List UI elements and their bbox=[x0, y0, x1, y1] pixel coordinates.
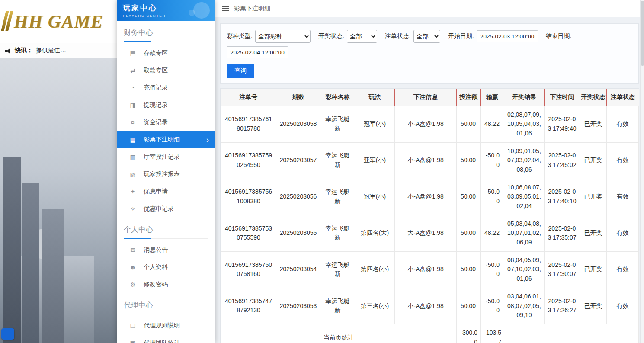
sidebar-item-change-password[interactable]: ⚙修改密码 bbox=[117, 276, 215, 293]
sidebar-item-label: 消息公告 bbox=[144, 246, 209, 254]
sidebar-item-messages[interactable]: ✉消息公告 bbox=[117, 241, 215, 259]
sidebar: 玩家中心 PLAYERS CENTER 财务中心▤存款专区⇄取款专区◔充值记录◨… bbox=[117, 0, 215, 343]
bet-time-cell: 2025-02-03 17:30:07 bbox=[545, 251, 580, 288]
sidebar-item-promo-apply[interactable]: ✦优惠申请 bbox=[117, 183, 215, 200]
sidebar-item-agent-team-stats[interactable]: ▣代理团队统计 bbox=[117, 334, 215, 343]
sidebar-item-lottery-bet-details[interactable]: ▦彩票下注明细› bbox=[117, 131, 215, 148]
withdrawal-records-icon: ◨ bbox=[129, 102, 137, 109]
recharge-records-icon: ◔ bbox=[129, 84, 137, 91]
draw-status-cell: 已开奖 bbox=[580, 288, 607, 324]
brand-logo[interactable]: HH GAME bbox=[0, 0, 117, 43]
decoration-circle bbox=[193, 2, 210, 19]
sidebar-item-label: 充值记录 bbox=[144, 84, 209, 92]
bet-info-cell: 小-A盘@1.98 bbox=[395, 106, 457, 142]
win-loss-cell: -50.00 bbox=[481, 288, 504, 324]
play-type-cell: 冠军(小) bbox=[355, 179, 395, 215]
draw-result-cell: 02,08,07,09,10,05,04,03,01,06 bbox=[504, 106, 545, 142]
bet-status-select[interactable]: 全部 bbox=[413, 30, 440, 43]
draw-result-cell: 05,03,04,08,10,07,01,02,06,09 bbox=[504, 215, 545, 251]
bet-time-cell: 2025-02-03 17:45:02 bbox=[545, 142, 580, 179]
bets-table-card: 注单号期数彩种名称玩法下注信息投注额输赢开奖结果下注时间开奖状态注单状态 401… bbox=[220, 88, 639, 343]
column-header: 注单号 bbox=[221, 89, 276, 106]
summary-empty-cell bbox=[504, 324, 639, 343]
sidebar-item-label: 资金记录 bbox=[144, 119, 209, 126]
period-cell: 20250203054 bbox=[276, 251, 320, 288]
draw-result-cell: 08,04,05,09,07,10,02,03,01,06 bbox=[504, 251, 545, 288]
sidebar-menu: 财务中心▤存款专区⇄取款专区◔充值记录◨提现记录¤资金记录▦彩票下注明细›▥厅室… bbox=[117, 28, 215, 343]
sidebar-item-withdraw[interactable]: ⇄取款专区 bbox=[117, 62, 215, 79]
summary-label: 当前页统计 bbox=[221, 324, 457, 343]
sidebar-item-player-bet-report[interactable]: ▧玩家投注报表 bbox=[117, 166, 215, 183]
sidebar-item-label: 代理规则说明 bbox=[144, 322, 209, 330]
sidebar-item-promo-records[interactable]: ✧优惠申记录 bbox=[117, 200, 215, 218]
promo-records-icon: ✧ bbox=[129, 205, 137, 212]
column-header: 开奖状态 bbox=[580, 89, 607, 106]
funds-records-icon: ¤ bbox=[129, 119, 137, 126]
column-header: 投注额 bbox=[457, 89, 481, 106]
sidebar-item-recharge-records[interactable]: ◔充值记录 bbox=[117, 79, 215, 96]
table-row: 40156917385753075559020250203055幸运飞艇新第四名… bbox=[221, 215, 639, 251]
bet-status-cell: 有效 bbox=[607, 142, 639, 179]
end-date-input[interactable] bbox=[227, 46, 288, 58]
win-loss-cell: 48.22 bbox=[481, 106, 504, 142]
logo-bars-icon bbox=[3, 11, 12, 32]
column-header: 开奖结果 bbox=[504, 89, 545, 106]
sidebar-item-label: 代理团队统计 bbox=[144, 339, 209, 343]
bet-amount-cell: 50.00 bbox=[457, 288, 481, 324]
draw-status-select[interactable]: 全部 bbox=[347, 30, 377, 43]
sidebar-item-deposit[interactable]: ▤存款专区 bbox=[117, 45, 215, 62]
bet-info-cell: 小-A盘@1.98 bbox=[395, 179, 457, 215]
chevron-right-icon: › bbox=[206, 136, 209, 144]
sidebar-item-funds-records[interactable]: ¤资金记录 bbox=[117, 114, 215, 131]
table-row: 40156917385750075816020250203054幸运飞艇新第四名… bbox=[221, 251, 639, 288]
draw-status-cell: 已开奖 bbox=[580, 142, 607, 179]
section-title: 财务中心 bbox=[124, 28, 208, 42]
play-type-cell: 冠军(小) bbox=[355, 106, 395, 142]
start-date-label: 开始日期: bbox=[448, 32, 474, 40]
sidebar-item-agent-rules[interactable]: ❏代理规则说明 bbox=[117, 317, 215, 334]
section-title: 个人中心 bbox=[124, 224, 208, 239]
lottery-type-select[interactable]: 全部彩种 bbox=[255, 30, 311, 43]
background-photo bbox=[0, 58, 117, 343]
lottery-name-cell: 幸运飞艇新 bbox=[320, 251, 355, 288]
play-type-cell: 第四名(小) bbox=[355, 251, 395, 288]
lottery-name-cell: 幸运飞艇新 bbox=[320, 106, 355, 142]
bet-status-cell: 有效 bbox=[607, 106, 639, 142]
sidebar-item-hall-bet-records[interactable]: ▥厅室投注记录 bbox=[117, 148, 215, 166]
win-loss-cell: -50.00 bbox=[481, 179, 504, 215]
scrollbar[interactable] bbox=[640, 0, 644, 343]
chat-widget-button[interactable] bbox=[1, 328, 14, 340]
sidebar-item-label: 存款专区 bbox=[144, 49, 209, 57]
draw-status-cell: 已开奖 bbox=[580, 251, 607, 288]
table-body: 40156917385761801578020250203058幸运飞艇新冠军(… bbox=[221, 106, 639, 343]
start-date-input[interactable] bbox=[477, 30, 538, 42]
agent-rules-icon: ❏ bbox=[129, 322, 137, 329]
sidebar-item-withdrawal-records[interactable]: ◨提现记录 bbox=[117, 96, 215, 114]
period-cell: 20250203056 bbox=[276, 179, 320, 215]
ticker-label: 快讯： bbox=[15, 47, 33, 54]
column-header: 输赢 bbox=[481, 89, 504, 106]
section-title: 代理中心 bbox=[124, 300, 208, 314]
win-loss-cell: -50.00 bbox=[481, 142, 504, 179]
bet-time-cell: 2025-02-03 17:26:27 bbox=[545, 288, 580, 324]
sidebar-item-label: 修改密码 bbox=[144, 281, 209, 289]
period-cell: 20250203053 bbox=[276, 288, 320, 324]
speaker-icon bbox=[5, 48, 12, 54]
bet-status-label: 注单状态: bbox=[385, 32, 411, 40]
promo-apply-icon: ✦ bbox=[129, 188, 137, 195]
search-button[interactable]: 查询 bbox=[227, 64, 254, 78]
lottery-name-cell: 幸运飞艇新 bbox=[320, 215, 355, 251]
column-header: 彩种名称 bbox=[320, 89, 355, 106]
page-title: 彩票下注明细 bbox=[234, 5, 270, 13]
player-bet-report-icon: ▧ bbox=[129, 171, 137, 178]
menu-toggle-icon[interactable] bbox=[222, 5, 229, 13]
bet-id-cell: 401569173857478792130 bbox=[221, 288, 276, 324]
lottery-name-cell: 幸运飞艇新 bbox=[320, 179, 355, 215]
bet-id-cell: 401569173857530755590 bbox=[221, 215, 276, 251]
lottery-type-label: 彩种类型: bbox=[227, 32, 253, 40]
column-header: 玩法 bbox=[355, 89, 395, 106]
sidebar-item-profile[interactable]: ☻个人资料 bbox=[117, 259, 215, 276]
summary-win-loss-total: -103.57 bbox=[481, 324, 504, 343]
column-header: 下注信息 bbox=[395, 89, 457, 106]
scrollbar-thumb[interactable] bbox=[641, 1, 644, 66]
